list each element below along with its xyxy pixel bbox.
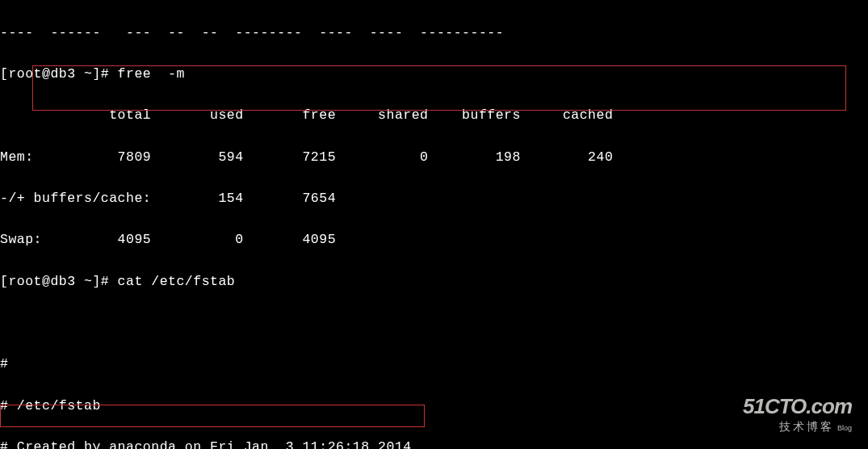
fstab-hash-1: # [0,354,868,375]
fstab-created-comment: # Created by anaconda on Fri Jan 3 11:26… [0,437,868,449]
top-garbage-line: ---- ------ --- -- -- -------- ---- ----… [0,23,868,44]
mem-row: Mem: 7809 594 7215 0 198 240 [0,147,868,168]
prompt-free-command: [root@db3 ~]# free -m [0,64,868,85]
blank-line [0,313,868,334]
terminal-output: ---- ------ --- -- -- -------- ---- ----… [0,2,868,449]
prompt-cat-fstab: [root@db3 ~]# cat /etc/fstab [0,271,868,292]
fstab-path-comment: # /etc/fstab [0,396,868,417]
swap-row: Swap: 4095 0 4095 [0,229,868,250]
buffers-cache-row: -/+ buffers/cache: 154 7654 [0,188,868,209]
watermark-domain: 51CTO.com [743,395,852,418]
watermark: 51CTO.com 技术博客 Blog [743,395,852,433]
watermark-subtitle: 技术博客 [779,420,834,433]
free-header-row: total used free shared buffers cached [0,105,868,126]
watermark-blog-label: Blog [837,424,852,432]
